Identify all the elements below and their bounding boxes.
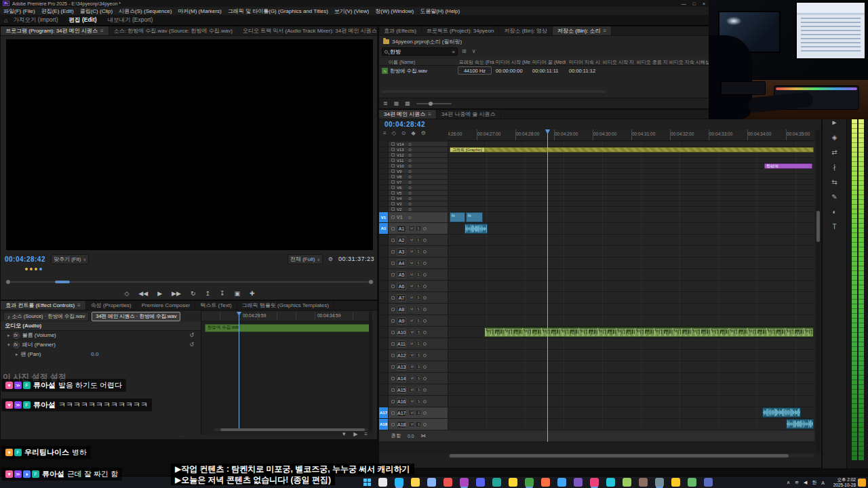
track-lock-icon[interactable] — [391, 227, 395, 230]
frame-rate-field[interactable]: 44100 Hz — [458, 66, 492, 75]
track-name[interactable]: A4 — [397, 260, 406, 267]
track-lock-icon[interactable] — [391, 342, 395, 346]
record-mic-icon[interactable] — [423, 377, 427, 380]
panel-menu-icon[interactable]: ≡ — [428, 111, 431, 117]
source-patch[interactable] — [379, 338, 389, 349]
track-lock-icon[interactable] — [391, 262, 395, 265]
solo-button[interactable]: S — [416, 341, 421, 346]
source-patch[interactable] — [379, 147, 389, 152]
taskbar-app-icon[interactable] — [606, 478, 615, 487]
track-name[interactable]: V5 — [397, 191, 407, 195]
type-tool-icon[interactable]: T — [832, 223, 836, 230]
track-name[interactable]: A10 — [397, 329, 406, 336]
track-lock-icon[interactable] — [391, 191, 395, 195]
track-name[interactable]: A12 — [397, 352, 406, 359]
sequence-menu-icon[interactable]: ≡ — [383, 130, 387, 136]
add-marker-icon[interactable]: ◇ — [124, 290, 129, 297]
monitor-zoom-scrollbar[interactable] — [6, 280, 373, 284]
timeline-timecode[interactable]: 00:04:28:42 — [384, 121, 425, 128]
breadcrumb[interactable]: 34pyeon.prproj\소리 (필터링) — [383, 38, 462, 45]
solo-button[interactable]: S — [416, 410, 421, 415]
track-content[interactable] — [448, 258, 814, 268]
audio-clip[interactable] — [786, 419, 814, 429]
volume-icon[interactable]: ◀ — [804, 480, 807, 485]
taskbar-app-icon[interactable] — [378, 478, 387, 487]
source-patch[interactable] — [379, 196, 389, 201]
track-name[interactable]: V13 — [397, 148, 407, 152]
taskbar-app-icon[interactable] — [395, 478, 403, 487]
track-name[interactable]: V8 — [397, 175, 407, 179]
track-lock-icon[interactable] — [391, 197, 395, 200]
source-patch[interactable] — [379, 373, 389, 384]
source-patch[interactable] — [379, 207, 389, 211]
solo-button[interactable]: S — [416, 237, 421, 243]
play-button[interactable]: ▶ — [157, 290, 162, 297]
track-lock-icon[interactable] — [391, 423, 395, 426]
mute-button[interactable]: M — [409, 364, 414, 369]
menubar-item[interactable]: 창(W) (Window) — [375, 7, 414, 15]
panel-tab[interactable]: 그래픽 템플릿 (Graphics Templates) — [237, 301, 334, 310]
record-mic-icon[interactable] — [423, 319, 427, 323]
ripple-edit-tool-icon[interactable]: ⇄ — [831, 148, 837, 156]
panel-menu-icon[interactable]: ≡ — [100, 28, 104, 34]
panel-tab[interactable]: 효과 컨트롤 (Effect Controls)≡ — [1, 301, 86, 310]
reset-icon[interactable]: ↺ — [189, 342, 194, 348]
freeform-view-icon[interactable]: ▩ — [405, 100, 410, 106]
track-visibility-icon[interactable]: ⊙ — [408, 201, 412, 206]
audio-section-header[interactable]: 오디오 (Audio) — [1, 321, 201, 331]
mute-button[interactable]: M — [409, 249, 414, 254]
track-lock-icon[interactable] — [391, 331, 395, 334]
menubar-item[interactable]: 편집(E) (Edit) — [41, 7, 74, 15]
source-patch[interactable] — [379, 163, 389, 168]
track-lock-icon[interactable] — [391, 202, 395, 205]
source-patch[interactable] — [379, 292, 389, 303]
track-name[interactable]: A3 — [397, 248, 406, 256]
track-content[interactable] — [448, 246, 814, 257]
track-lock-icon[interactable] — [391, 354, 395, 357]
menubar-item[interactable]: 도움말(H) (Help) — [420, 7, 460, 15]
source-patch[interactable] — [379, 180, 389, 184]
marker-icon[interactable] — [39, 268, 42, 270]
pan-parameter-row[interactable]: ▸ 팬 (Pan) 0.0 — [1, 350, 201, 359]
playhead[interactable] — [239, 312, 239, 428]
graphics-clip[interactable]: 그래픽 [Graphic] — [450, 147, 814, 152]
panel-tab[interactable]: 프로그램 (Program): 34편 메인 시퀀스≡ — [1, 26, 109, 35]
solo-button[interactable]: S — [416, 329, 421, 335]
source-patch[interactable] — [379, 185, 389, 190]
solo-button[interactable]: S — [416, 226, 421, 231]
vertical-scrollbar[interactable] — [816, 129, 821, 453]
asset-name[interactable]: 한방에 수집.wav — [390, 68, 427, 75]
menubar-item[interactable]: 시퀀스(S) (Sequence) — [119, 7, 172, 15]
source-patch[interactable] — [379, 384, 389, 395]
column-header[interactable]: 비디오 지속 시 — [669, 59, 705, 66]
panel-tab[interactable]: 속성 (Properties) — [86, 301, 137, 310]
column-header[interactable]: 비디오 시작 지 — [603, 59, 638, 66]
taskbar-app-icon[interactable] — [704, 478, 713, 487]
track-content[interactable] — [448, 269, 814, 280]
monitor-settings-wrench-icon[interactable]: ⚙ — [328, 256, 333, 262]
record-mic-icon[interactable] — [423, 239, 427, 242]
track-lock-icon[interactable] — [391, 239, 395, 242]
solo-button[interactable]: S — [416, 283, 421, 289]
clear-search-icon[interactable]: × — [452, 49, 455, 55]
track-visibility-icon[interactable]: ⊙ — [408, 174, 412, 179]
audio-clip[interactable] — [465, 224, 488, 234]
toggle-effects-icon[interactable]: ≡ — [364, 431, 368, 437]
hidden-icons-icon[interactable]: ∧ — [787, 480, 790, 485]
slip-tool-icon[interactable]: ⇆ — [831, 178, 837, 186]
track-visibility-icon[interactable]: ⊙ — [408, 147, 412, 152]
track-name[interactable]: V6 — [397, 186, 407, 190]
track-lock-icon[interactable] — [391, 164, 395, 167]
track-name[interactable]: V2 — [397, 207, 407, 211]
record-mic-icon[interactable] — [423, 388, 427, 392]
timeline-settings-icon[interactable]: ⚙ — [421, 130, 426, 136]
taskbar-app-icon[interactable] — [509, 478, 517, 487]
workspace-tab[interactable]: 편집 (Edit) — [69, 16, 97, 24]
track-visibility-icon[interactable]: ⊙ — [408, 180, 412, 184]
record-mic-icon[interactable] — [423, 262, 427, 265]
workspace-tab[interactable]: 내보내기 (Export) — [108, 16, 153, 24]
taskbar-app-icon[interactable] — [574, 478, 583, 487]
track-visibility-icon[interactable]: ⊙ — [408, 142, 412, 146]
lift-icon[interactable]: ↥ — [205, 290, 210, 297]
taskbar-app-icon[interactable] — [460, 478, 469, 487]
